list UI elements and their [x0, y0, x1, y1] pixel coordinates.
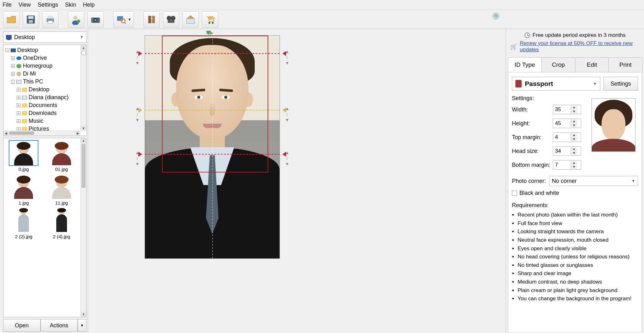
desktop-icon	[6, 35, 12, 39]
menu-bar: File View Settings Skin Help	[0, 0, 644, 10]
tree-vscroll[interactable]: ▲▼	[80, 45, 86, 131]
menu-file[interactable]: File	[3, 2, 12, 8]
svg-point-17	[171, 16, 175, 20]
requirement-item: No tinted glasses or sunglasses	[518, 262, 638, 269]
requirement-item: Sharp and clear image	[518, 270, 638, 278]
center-guide	[212, 36, 213, 258]
svg-rect-4	[48, 16, 53, 19]
top-center-marker: ◀ ▶	[206, 30, 214, 35]
tree-hscroll[interactable]: ◀▶	[3, 131, 80, 136]
black-white-label: Black and white	[519, 190, 559, 196]
svg-point-16	[167, 16, 171, 20]
home-button[interactable]	[182, 11, 199, 28]
passport-icon	[515, 80, 522, 87]
red-left-marker-2	[138, 152, 142, 157]
close-banner-icon[interactable]: ✕	[492, 13, 499, 20]
head-size-spinner[interactable]: ▲▼	[553, 146, 581, 156]
top-margin-label: Top margin:	[512, 134, 553, 141]
thumbnail[interactable]: 11.jpg	[44, 174, 80, 206]
photo-canvas[interactable]: ◀ ▶ ▲↕▼ ▲↕▼ ▲↕▼ ▲↕▼ ▲↕▼ ▲↕▼	[88, 29, 506, 333]
save-button[interactable]	[23, 11, 39, 28]
eye-yellow-guide	[145, 110, 280, 110]
update-banner-line1: Free update period expires in 3 months	[510, 32, 640, 38]
thumbnail-grid: 0.jpg01.jpg1.jpg11.jpg2 (2).jpg2 (4).jpg…	[3, 138, 86, 317]
shop-cart-button[interactable]	[202, 11, 218, 28]
red-right-marker-1	[282, 51, 286, 56]
svg-point-11	[95, 19, 97, 21]
tree-item[interactable]: −This PC	[5, 78, 86, 86]
requirement-item: You can change the background in the pro…	[518, 295, 638, 303]
svg-rect-19	[209, 16, 214, 20]
open-button[interactable]: Open	[3, 319, 41, 332]
video-tutorial-button[interactable]	[163, 11, 179, 28]
menu-settings[interactable]: Settings	[38, 2, 58, 8]
actions-button[interactable]: Actions	[41, 319, 78, 332]
black-white-checkbox[interactable]	[512, 191, 517, 196]
tree-item[interactable]: +Downloads	[5, 109, 86, 117]
requirements-title: Requirements:	[512, 202, 638, 209]
left-panel: Desktop ▼ −Desktop+OneDrive+Homegroup+Di…	[0, 29, 88, 333]
camera-button[interactable]	[87, 11, 104, 28]
tab-crop[interactable]: Crop	[541, 57, 575, 72]
tree-item[interactable]: +Homegroup	[5, 62, 86, 70]
width-spinner[interactable]: ▲▼	[553, 105, 581, 114]
folder-tree[interactable]: −Desktop+OneDrive+Homegroup+Di Mi−This P…	[3, 45, 86, 136]
yellow-left-marker	[138, 108, 142, 113]
actions-dropdown[interactable]: ▼	[78, 319, 86, 332]
open-folder-button[interactable]	[3, 11, 19, 28]
menu-skin[interactable]: Skin	[65, 2, 76, 8]
bottom-margin-spinner[interactable]: ▲▼	[553, 160, 581, 170]
right-panel: Free update period expires in 3 months 🛒…	[506, 29, 644, 333]
width-label: Width:	[512, 106, 553, 113]
requirement-item: Looking straight towards the camera	[518, 228, 638, 236]
menu-view[interactable]: View	[19, 2, 31, 8]
thumbnail[interactable]: 2 (4).jpg	[44, 208, 80, 239]
chevron-down-icon: ▼	[593, 82, 597, 86]
profile-button[interactable]	[68, 11, 84, 28]
tab-print[interactable]: Print	[608, 57, 642, 72]
tree-item[interactable]: +Diana (dianapc)	[5, 93, 86, 101]
svg-rect-18	[168, 20, 174, 23]
tree-root[interactable]: −Desktop	[5, 46, 86, 54]
tab-edit[interactable]: Edit	[575, 57, 609, 72]
top-red-guide	[145, 53, 280, 54]
svg-rect-12	[117, 16, 123, 21]
thumbnail[interactable]: 2 (2).jpg	[6, 208, 42, 239]
requirement-item: Recent photo (taken within the last mont…	[518, 211, 638, 219]
svg-point-21	[212, 22, 214, 23]
renew-license-link[interactable]: 🛒 Renew your license at 50% OFF to recei…	[510, 40, 640, 53]
photo-corner-combo[interactable]: No corner ▼	[549, 176, 638, 186]
requirement-item: Neutral face expression, mouth closed	[518, 236, 638, 244]
tab-id-type[interactable]: ID Type	[508, 57, 542, 72]
requirements-list: Recent photo (taken within the last mont…	[512, 211, 638, 303]
thumbs-vscroll[interactable]: ▲▼	[80, 138, 86, 317]
print-button[interactable]	[42, 11, 58, 28]
thumbnail[interactable]: 0.jpg	[6, 141, 42, 172]
tree-item[interactable]: +Di Mi	[5, 70, 86, 78]
svg-point-8	[77, 20, 80, 23]
path-combo[interactable]: Desktop ▼	[3, 31, 86, 43]
svg-rect-1	[28, 16, 34, 19]
help-book-button[interactable]: ?	[143, 11, 160, 28]
svg-point-6	[74, 16, 78, 20]
id-type-combo[interactable]: Passport ▼	[512, 77, 600, 91]
menu-help[interactable]: Help	[83, 2, 95, 8]
thumbnail[interactable]: 01.jpg	[44, 141, 80, 172]
svg-point-20	[208, 22, 210, 23]
tree-item[interactable]: +Documents	[5, 101, 86, 109]
tree-item[interactable]: +Music	[5, 117, 86, 125]
id-settings-button[interactable]: Settings	[603, 77, 638, 91]
requirement-item: Medium contrast, no deep shadows	[518, 278, 638, 286]
top-margin-spinner[interactable]: ▲▼	[553, 133, 581, 142]
yellow-right-marker	[282, 108, 286, 113]
path-text: Desktop	[14, 34, 35, 41]
tree-item[interactable]: +OneDrive	[5, 54, 86, 62]
search-photo-dropdown[interactable]: ▼	[113, 11, 134, 28]
head-size-label: Head size:	[512, 148, 553, 155]
photo-image	[145, 35, 280, 259]
height-spinner[interactable]: ▲▼	[553, 119, 581, 128]
requirement-item: Eyes open and clearly visible	[518, 245, 638, 253]
height-label: Height:	[512, 120, 553, 127]
tree-item[interactable]: +Desktop	[5, 86, 86, 93]
thumbnail[interactable]: 1.jpg	[6, 174, 42, 206]
